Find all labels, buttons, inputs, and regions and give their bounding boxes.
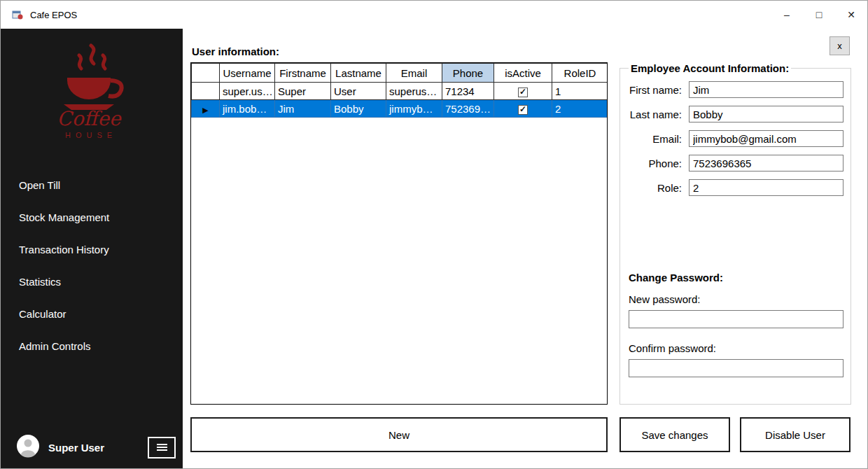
cell-username[interactable]: super.us… bbox=[220, 83, 275, 100]
grid-header-row: Username Firstname Lastname Email Phone … bbox=[192, 64, 608, 83]
phone-label: Phone: bbox=[629, 158, 682, 169]
cell-phone[interactable]: 752369… bbox=[442, 100, 494, 118]
sidebar-item-open-till[interactable]: Open Till bbox=[1, 169, 183, 201]
cell-isactive bbox=[494, 100, 552, 118]
cell-firstname[interactable]: Super bbox=[275, 83, 331, 100]
cell-lastname[interactable]: User bbox=[331, 83, 386, 100]
role-label: Role: bbox=[629, 182, 682, 194]
app-icon bbox=[12, 9, 23, 20]
role-field[interactable] bbox=[689, 179, 844, 196]
cell-email[interactable]: superus… bbox=[386, 83, 442, 100]
maximize-button[interactable]: □ bbox=[803, 1, 835, 29]
window-controls: – □ ✕ bbox=[771, 1, 867, 29]
isactive-checkbox[interactable] bbox=[518, 88, 528, 97]
titlebar: Cafe EPOS – □ ✕ bbox=[1, 1, 867, 29]
sidebar-item-statistics[interactable]: Statistics bbox=[1, 265, 183, 298]
confirm-password-field[interactable] bbox=[629, 359, 844, 377]
user-avatar-icon bbox=[16, 434, 40, 461]
email-row: Email: bbox=[629, 130, 844, 147]
last-name-row: Last name: bbox=[629, 106, 844, 122]
isactive-checkbox[interactable] bbox=[518, 105, 528, 115]
new-password-field[interactable] bbox=[629, 310, 844, 328]
column-header-roleid[interactable]: RoleID bbox=[552, 64, 608, 83]
phone-field[interactable] bbox=[689, 155, 844, 172]
last-name-field[interactable] bbox=[689, 106, 844, 122]
hamburger-icon bbox=[157, 442, 167, 452]
current-row-marker-icon: ▶ bbox=[202, 106, 208, 114]
disable-user-button[interactable]: Disable User bbox=[740, 417, 850, 452]
row-header-cell[interactable] bbox=[192, 83, 220, 100]
groupbox-title: Employee Account Information: bbox=[629, 62, 791, 74]
phone-row: Phone: bbox=[629, 155, 844, 172]
confirm-password-label: Confirm password: bbox=[629, 342, 844, 354]
close-button[interactable]: ✕ bbox=[835, 1, 867, 29]
row-header-cell[interactable]: ▶ bbox=[192, 100, 220, 118]
current-user-name: Super User bbox=[48, 442, 104, 454]
coffee-cup-icon: Coffee HOUSE bbox=[46, 38, 137, 150]
first-name-row: First name: bbox=[629, 81, 844, 98]
grid-corner-cell[interactable] bbox=[192, 64, 220, 83]
new-button[interactable]: New bbox=[190, 417, 608, 452]
table-row-selected[interactable]: ▶ jim.bob… Jim Bobby jimmyb… 752369… 2 bbox=[192, 100, 608, 118]
sidebar-item-calculator[interactable]: Calculator bbox=[1, 298, 183, 330]
sidebar-item-transaction-history[interactable]: Transaction History bbox=[1, 233, 183, 265]
first-name-label: First name: bbox=[629, 84, 682, 96]
column-header-email[interactable]: Email bbox=[386, 64, 442, 83]
email-field[interactable] bbox=[689, 130, 844, 147]
sidebar-menu-button[interactable] bbox=[148, 437, 176, 458]
table-row[interactable]: super.us… Super User superus… 71234 1 bbox=[192, 83, 608, 100]
column-header-firstname[interactable]: Firstname bbox=[275, 64, 331, 83]
sidebar-item-admin-controls[interactable]: Admin Controls bbox=[1, 330, 183, 362]
logo-text-line1: Coffee bbox=[57, 107, 122, 130]
cell-lastname[interactable]: Bobby bbox=[331, 100, 386, 118]
cell-roleid[interactable]: 1 bbox=[552, 83, 608, 100]
new-password-label: New password: bbox=[629, 293, 844, 305]
user-information-title: User information: bbox=[192, 46, 279, 57]
cell-email[interactable]: jimmyb… bbox=[386, 100, 442, 118]
column-header-username[interactable]: Username bbox=[220, 64, 275, 83]
cell-phone[interactable]: 71234 bbox=[442, 83, 494, 100]
window-title: Cafe EPOS bbox=[30, 10, 77, 20]
cell-roleid[interactable]: 2 bbox=[552, 100, 608, 118]
column-header-phone[interactable]: Phone bbox=[442, 64, 494, 83]
panel-close-button[interactable]: x bbox=[830, 36, 850, 55]
email-label: Email: bbox=[629, 133, 682, 145]
user-grid: Username Firstname Lastname Email Phone … bbox=[190, 62, 608, 405]
minimize-button[interactable]: – bbox=[771, 1, 803, 29]
cell-isactive bbox=[494, 83, 552, 100]
sidebar-nav: Open Till Stock Management Transaction H… bbox=[1, 169, 183, 362]
employee-account-groupbox: Employee Account Information: First name… bbox=[620, 62, 851, 405]
current-user-row: Super User bbox=[1, 432, 183, 463]
app-window: Cafe EPOS – □ ✕ Coffee HOUSE Ope bbox=[0, 0, 868, 469]
role-row: Role: bbox=[629, 179, 844, 196]
column-header-isactive[interactable]: isActive bbox=[494, 64, 552, 83]
save-changes-button[interactable]: Save changes bbox=[620, 417, 730, 452]
cell-username[interactable]: jim.bob… bbox=[220, 100, 275, 118]
cell-firstname[interactable]: Jim bbox=[275, 100, 331, 118]
sidebar-item-stock-management[interactable]: Stock Management bbox=[1, 201, 183, 233]
logo-text-line2: HOUSE bbox=[65, 131, 117, 139]
coffee-house-logo: Coffee HOUSE bbox=[1, 38, 183, 150]
last-name-label: Last name: bbox=[629, 108, 682, 120]
first-name-field[interactable] bbox=[689, 81, 844, 98]
change-password-title: Change Password: bbox=[629, 272, 844, 284]
column-header-lastname[interactable]: Lastname bbox=[331, 64, 386, 83]
sidebar: Coffee HOUSE Open Till Stock Management … bbox=[1, 29, 183, 469]
